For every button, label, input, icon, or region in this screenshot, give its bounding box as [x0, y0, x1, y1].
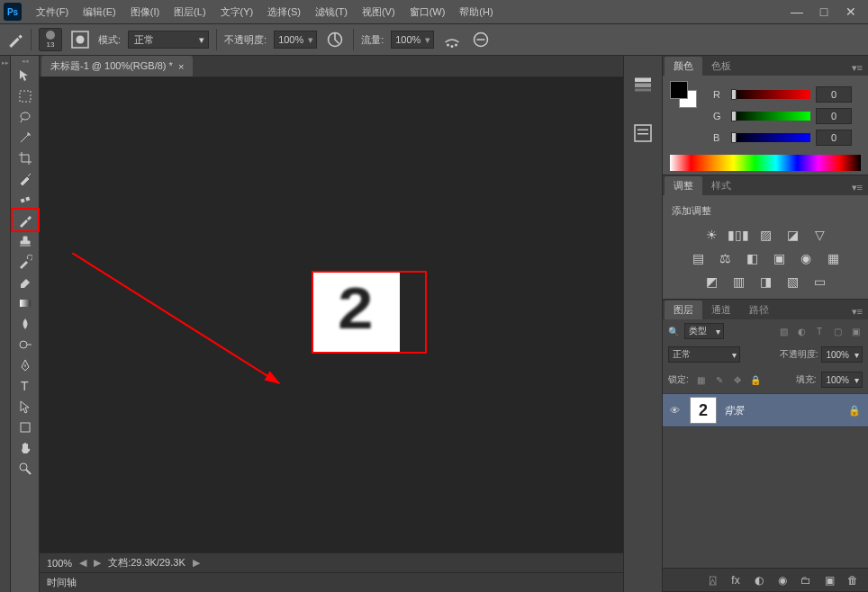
lock-all-icon[interactable]: 🔒 — [748, 373, 763, 386]
menu-filter[interactable]: 滤镜(T) — [308, 2, 355, 22]
r-input[interactable] — [816, 86, 852, 103]
zoom-level[interactable]: 100% — [47, 558, 72, 569]
menu-layer[interactable]: 图层(L) — [167, 2, 212, 22]
lasso-tool[interactable] — [13, 106, 38, 127]
gradient-map-icon[interactable]: ▭ — [810, 274, 828, 290]
filter-type-icon[interactable]: T — [812, 325, 827, 337]
menu-edit[interactable]: 编辑(E) — [76, 2, 123, 22]
selective-icon[interactable]: ▧ — [783, 274, 801, 290]
layer-fx-icon[interactable]: fx — [728, 572, 744, 588]
layer-name[interactable]: 背景 — [724, 404, 841, 417]
invert-icon[interactable]: ◩ — [702, 274, 720, 290]
lookup-icon[interactable]: ▦ — [824, 250, 842, 266]
history-panel-icon[interactable] — [632, 74, 654, 95]
pen-tool[interactable] — [13, 354, 38, 375]
curves-icon[interactable]: ▨ — [756, 227, 774, 243]
tab-swatches[interactable]: 色板 — [702, 57, 740, 76]
link-layers-icon[interactable]: ⍓ — [704, 572, 720, 588]
tab-layers[interactable]: 图层 — [665, 300, 702, 319]
left-dock-strip[interactable]: ▸▸ — [0, 56, 11, 592]
tab-close-icon[interactable]: × — [178, 61, 184, 72]
opacity-input[interactable]: 100% — [274, 31, 317, 49]
gradient-tool[interactable] — [13, 292, 38, 313]
filter-adjust-icon[interactable]: ◐ — [794, 325, 809, 337]
panel-menu-icon[interactable]: ▾≡ — [846, 304, 868, 319]
g-input[interactable] — [816, 108, 852, 124]
panel-menu-icon[interactable]: ▾≡ — [846, 180, 868, 195]
brush-preview[interactable]: 13 — [39, 28, 62, 51]
stamp-tool[interactable] — [13, 230, 38, 251]
layer-thumbnail[interactable]: 2 — [690, 397, 717, 424]
layer-filter-select[interactable]: 类型 — [684, 323, 724, 339]
marquee-tool[interactable] — [13, 85, 38, 106]
g-slider[interactable] — [731, 112, 810, 121]
status-left-arrow-icon[interactable]: ◀ — [79, 557, 86, 569]
maximize-button[interactable]: □ — [810, 3, 837, 21]
move-tool[interactable] — [13, 65, 38, 85]
color-spectrum[interactable] — [670, 155, 861, 171]
new-adjustment-icon[interactable]: ◉ — [774, 572, 791, 588]
brush-tool[interactable] — [13, 210, 38, 230]
path-select-tool[interactable] — [13, 396, 38, 417]
menu-file[interactable]: 文件(F) — [29, 2, 76, 22]
b-input[interactable] — [816, 130, 852, 146]
layer-visibility-icon[interactable]: 👁 — [670, 405, 683, 416]
hue-icon[interactable]: ▤ — [689, 250, 707, 266]
magic-wand-tool[interactable] — [13, 127, 38, 148]
layer-item-background[interactable]: 👁 2 背景 🔒 — [663, 393, 868, 427]
pressure-size-icon[interactable] — [470, 29, 492, 50]
tab-adjustments[interactable]: 调整 — [665, 176, 702, 195]
channel-mixer-icon[interactable]: ◉ — [797, 250, 815, 266]
exposure-icon[interactable]: ◪ — [783, 227, 801, 243]
tool-preset-icon[interactable] — [7, 31, 23, 48]
bw-icon[interactable]: ◧ — [743, 250, 761, 266]
menu-window[interactable]: 窗口(W) — [402, 2, 453, 22]
eraser-tool[interactable] — [13, 272, 38, 292]
canvas-area[interactable]: 2 — [40, 77, 623, 552]
foreground-background-swatch[interactable] — [670, 81, 697, 108]
crop-tool[interactable] — [13, 148, 38, 168]
hand-tool[interactable] — [13, 437, 38, 458]
layer-opacity-input[interactable]: 100% — [821, 346, 863, 363]
layer-blend-select[interactable]: 正常 — [668, 346, 740, 363]
posterize-icon[interactable]: ▥ — [729, 274, 747, 290]
delete-layer-icon[interactable]: 🗑 — [845, 572, 861, 588]
layer-lock-icon[interactable]: 🔒 — [848, 405, 861, 417]
eyedropper-tool[interactable] — [13, 168, 38, 189]
timeline-panel[interactable]: 时间轴 — [40, 572, 623, 592]
foreground-color[interactable] — [670, 81, 688, 99]
status-menu-arrow-icon[interactable]: ▶ — [193, 557, 200, 569]
tab-styles[interactable]: 样式 — [702, 176, 740, 195]
brightness-icon[interactable]: ☀ — [702, 227, 720, 243]
lock-transparency-icon[interactable]: ▦ — [694, 373, 709, 386]
r-slider[interactable] — [731, 90, 810, 99]
levels-icon[interactable]: ▮▯▮ — [729, 227, 747, 243]
tab-paths[interactable]: 路径 — [740, 300, 778, 319]
menu-view[interactable]: 视图(V) — [355, 2, 402, 22]
blend-mode-select[interactable]: 正常 — [128, 31, 209, 49]
menu-select[interactable]: 选择(S) — [260, 2, 308, 22]
blur-tool[interactable] — [13, 313, 38, 334]
photo-filter-icon[interactable]: ▣ — [770, 250, 788, 266]
new-group-icon[interactable]: 🗀 — [798, 572, 814, 588]
brush-panel-icon[interactable] — [69, 29, 91, 50]
document-tab[interactable]: 未标题-1 @ 100%(RGB/8) * × — [41, 56, 193, 76]
filter-pixel-icon[interactable]: ▧ — [776, 325, 791, 337]
filter-smart-icon[interactable]: ▣ — [848, 325, 863, 337]
filter-shape-icon[interactable]: ▢ — [830, 325, 845, 337]
layer-mask-icon[interactable]: ◐ — [751, 572, 767, 588]
dodge-tool[interactable] — [13, 334, 38, 354]
tab-channels[interactable]: 通道 — [702, 300, 740, 319]
close-button[interactable]: ✕ — [837, 3, 864, 21]
lock-position-icon[interactable]: ✥ — [730, 373, 745, 386]
healing-tool[interactable] — [13, 189, 38, 210]
menu-type[interactable]: 文字(Y) — [213, 2, 261, 22]
panel-menu-icon[interactable]: ▾≡ — [846, 60, 868, 76]
history-brush-tool[interactable] — [13, 251, 38, 272]
threshold-icon[interactable]: ◨ — [756, 274, 774, 290]
vibrance-icon[interactable]: ▽ — [810, 227, 828, 243]
menu-image[interactable]: 图像(I) — [123, 2, 167, 22]
new-layer-icon[interactable]: ▣ — [821, 572, 837, 588]
toolbox-grip[interactable]: ◂◂ — [11, 58, 39, 65]
minimize-button[interactable]: — — [783, 3, 810, 21]
